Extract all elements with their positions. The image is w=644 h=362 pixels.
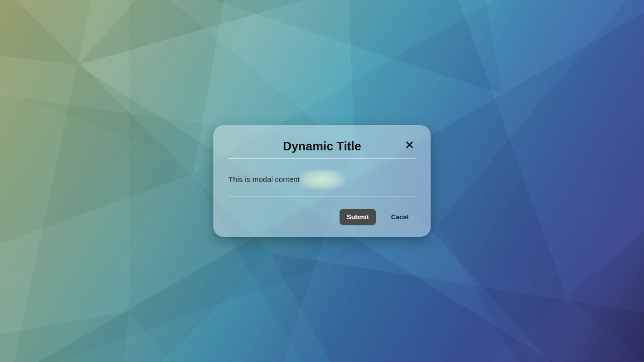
blur-chip bbox=[299, 170, 345, 189]
modal-title: Dynamic Title bbox=[228, 139, 416, 153]
modal-footer: Submit Cacel bbox=[228, 197, 416, 225]
modal-dialog: Dynamic Title This is modal content Subm… bbox=[213, 125, 431, 237]
modal-body: This is modal content bbox=[228, 159, 416, 197]
submit-button[interactable]: Submit bbox=[340, 209, 376, 225]
cancel-button[interactable]: Cacel bbox=[384, 209, 416, 225]
close-icon bbox=[405, 140, 414, 151]
modal-body-text: This is modal content bbox=[228, 175, 300, 184]
modal-header: Dynamic Title bbox=[228, 139, 416, 159]
close-button[interactable] bbox=[403, 138, 417, 152]
